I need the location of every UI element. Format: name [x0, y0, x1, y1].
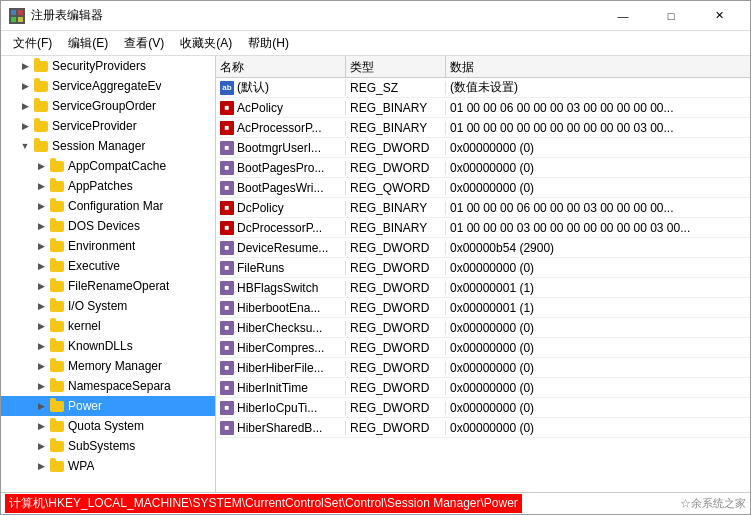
tree-label-memory-manager: Memory Manager	[68, 359, 162, 373]
expand-btn-power[interactable]: ▶	[33, 398, 49, 414]
value-row-hiberlocputil[interactable]: ■HiberIoCpuTi...REG_DWORD0x00000000 (0)	[216, 398, 750, 418]
folder-icon-configuration-mar	[49, 199, 65, 213]
val-data-dcpolicy: 01 00 00 00 06 00 00 00 03 00 00 00 00..…	[446, 201, 750, 215]
folder-icon-known-dlls	[49, 339, 65, 353]
menu-help[interactable]: 帮助(H)	[240, 31, 297, 56]
tree-item-app-compat-cache[interactable]: ▶AppCompatCache	[1, 156, 215, 176]
tree-label-power: Power	[68, 399, 102, 413]
tree-item-dos-devices[interactable]: ▶DOS Devices	[1, 216, 215, 236]
tree-scroll[interactable]: ▶SecurityProviders▶ServiceAggregateEv▶Se…	[1, 56, 215, 492]
folder-icon-service-aggregate-ev	[33, 79, 49, 93]
expand-btn-kernel[interactable]: ▶	[33, 318, 49, 334]
tree-item-file-rename-operat[interactable]: ▶FileRenameOperat	[1, 276, 215, 296]
tree-item-session-manager[interactable]: ▼Session Manager	[1, 136, 215, 156]
close-button[interactable]: ✕	[696, 1, 742, 31]
reg-icon-acpolicy: ■	[220, 101, 234, 115]
value-row-bootmgruser1[interactable]: ■BootmgrUserI...REG_DWORD0x00000000 (0)	[216, 138, 750, 158]
tree-item-memory-manager[interactable]: ▶Memory Manager	[1, 356, 215, 376]
status-bar: 计算机\HKEY_LOCAL_MACHINE\SYSTEM\CurrentCon…	[1, 492, 750, 514]
expand-btn-app-compat-cache[interactable]: ▶	[33, 158, 49, 174]
expand-btn-environment[interactable]: ▶	[33, 238, 49, 254]
tree-item-configuration-mar[interactable]: ▶Configuration Mar	[1, 196, 215, 216]
expand-btn-quota-system[interactable]: ▶	[33, 418, 49, 434]
val-name-acpolicy: ■AcPolicy	[216, 101, 346, 115]
folder-icon-power	[49, 399, 65, 413]
tree-item-power[interactable]: ▶Power	[1, 396, 215, 416]
menu-edit[interactable]: 编辑(E)	[60, 31, 116, 56]
val-name-text-bootmgruser1: BootmgrUserI...	[237, 141, 321, 155]
tree-item-io-system[interactable]: ▶I/O System	[1, 296, 215, 316]
val-type-bootmgruser1: REG_DWORD	[346, 141, 446, 155]
column-header-type[interactable]: 类型	[346, 56, 446, 78]
tree-label-quota-system: Quota System	[68, 419, 144, 433]
column-header-data[interactable]: 数据	[446, 56, 750, 78]
tree-item-known-dlls[interactable]: ▶KnownDLLs	[1, 336, 215, 356]
value-row-default[interactable]: ab(默认)REG_SZ(数值未设置)	[216, 78, 750, 98]
val-data-acprocessorp: 01 00 00 00 00 00 00 00 00 00 00 03 00..…	[446, 121, 750, 135]
tree-item-executive[interactable]: ▶Executive	[1, 256, 215, 276]
expand-btn-service-group-order[interactable]: ▶	[17, 98, 33, 114]
app-icon	[9, 8, 25, 24]
expand-btn-security-providers[interactable]: ▶	[17, 58, 33, 74]
column-header-name[interactable]: 名称	[216, 56, 346, 78]
menu-favorites[interactable]: 收藏夹(A)	[172, 31, 240, 56]
val-type-hiberinittime: REG_DWORD	[346, 381, 446, 395]
val-name-default: ab(默认)	[216, 79, 346, 96]
value-row-hiberhiberfile[interactable]: ■HiberHiberFile...REG_DWORD0x00000000 (0…	[216, 358, 750, 378]
folder-icon-app-patches	[49, 179, 65, 193]
expand-btn-io-system[interactable]: ▶	[33, 298, 49, 314]
reg-icon-bootpageswri: ■	[220, 181, 234, 195]
tree-item-service-group-order[interactable]: ▶ServiceGroupOrder	[1, 96, 215, 116]
expand-btn-namespace-separa[interactable]: ▶	[33, 378, 49, 394]
val-name-text-hiberlocputil: HiberIoCpuTi...	[237, 401, 317, 415]
value-row-hiберchecksu[interactable]: ■HiberChecksu...REG_DWORD0x00000000 (0)	[216, 318, 750, 338]
expand-btn-wpa[interactable]: ▶	[33, 458, 49, 474]
expand-btn-file-rename-operat[interactable]: ▶	[33, 278, 49, 294]
value-row-deviceresume[interactable]: ■DeviceResume...REG_DWORD0x00000b54 (290…	[216, 238, 750, 258]
expand-btn-service-provider[interactable]: ▶	[17, 118, 33, 134]
tree-item-quota-system[interactable]: ▶Quota System	[1, 416, 215, 436]
val-type-hiберchecksu: REG_DWORD	[346, 321, 446, 335]
expand-btn-executive[interactable]: ▶	[33, 258, 49, 274]
expand-btn-service-aggregate-ev[interactable]: ▶	[17, 78, 33, 94]
value-row-hibersharedb[interactable]: ■HiberSharedB...REG_DWORD0x00000000 (0)	[216, 418, 750, 438]
expand-btn-memory-manager[interactable]: ▶	[33, 358, 49, 374]
tree-item-namespace-separa[interactable]: ▶NamespaceSepara	[1, 376, 215, 396]
tree-item-security-providers[interactable]: ▶SecurityProviders	[1, 56, 215, 76]
minimize-button[interactable]: —	[600, 1, 646, 31]
val-name-text-default: (默认)	[237, 79, 269, 96]
value-row-hbflagsswitch[interactable]: ■HBFlagsSwitchREG_DWORD0x00000001 (1)	[216, 278, 750, 298]
tree-label-namespace-separa: NamespaceSepara	[68, 379, 171, 393]
expand-btn-sub-systems[interactable]: ▶	[33, 438, 49, 454]
value-row-dcpolicy[interactable]: ■DcPolicyREG_BINARY01 00 00 00 06 00 00 …	[216, 198, 750, 218]
tree-item-service-aggregate-ev[interactable]: ▶ServiceAggregateEv	[1, 76, 215, 96]
expand-btn-dos-devices[interactable]: ▶	[33, 218, 49, 234]
menu-file[interactable]: 文件(F)	[5, 31, 60, 56]
tree-item-environment[interactable]: ▶Environment	[1, 236, 215, 256]
tree-item-sub-systems[interactable]: ▶SubSystems	[1, 436, 215, 456]
expand-btn-configuration-mar[interactable]: ▶	[33, 198, 49, 214]
tree-item-kernel[interactable]: ▶kernel	[1, 316, 215, 336]
value-row-hibercompres[interactable]: ■HiberCompres...REG_DWORD0x00000000 (0)	[216, 338, 750, 358]
folder-icon-app-compat-cache	[49, 159, 65, 173]
expand-btn-app-patches[interactable]: ▶	[33, 178, 49, 194]
maximize-button[interactable]: □	[648, 1, 694, 31]
value-row-dcprocessorp[interactable]: ■DcProcessorP...REG_BINARY01 00 00 00 03…	[216, 218, 750, 238]
value-row-bootpageswri[interactable]: ■BootPagesWri...REG_QWORD0x00000000 (0)	[216, 178, 750, 198]
value-row-bootpagespro[interactable]: ■BootPagesPro...REG_DWORD0x00000000 (0)	[216, 158, 750, 178]
expand-btn-session-manager[interactable]: ▼	[17, 138, 33, 154]
tree-item-app-patches[interactable]: ▶AppPatches	[1, 176, 215, 196]
val-data-default: (数值未设置)	[446, 79, 750, 96]
tree-item-wpa[interactable]: ▶WPA	[1, 456, 215, 476]
values-scroll[interactable]: ab(默认)REG_SZ(数值未设置)■AcPolicyREG_BINARY01…	[216, 78, 750, 492]
val-type-hibercompres: REG_DWORD	[346, 341, 446, 355]
value-row-hiberbootena[interactable]: ■HiberbootEna...REG_DWORD0x00000001 (1)	[216, 298, 750, 318]
expand-btn-known-dlls[interactable]: ▶	[33, 338, 49, 354]
val-name-hiberinittime: ■HiberInitTime	[216, 381, 346, 395]
menu-view[interactable]: 查看(V)	[116, 31, 172, 56]
value-row-acpolicy[interactable]: ■AcPolicyREG_BINARY01 00 00 06 00 00 00 …	[216, 98, 750, 118]
tree-item-service-provider[interactable]: ▶ServiceProvider	[1, 116, 215, 136]
value-row-hiberinittime[interactable]: ■HiberInitTimeREG_DWORD0x00000000 (0)	[216, 378, 750, 398]
value-row-fileruns[interactable]: ■FileRunsREG_DWORD0x00000000 (0)	[216, 258, 750, 278]
value-row-acprocessorp[interactable]: ■AcProcessorP...REG_BINARY01 00 00 00 00…	[216, 118, 750, 138]
